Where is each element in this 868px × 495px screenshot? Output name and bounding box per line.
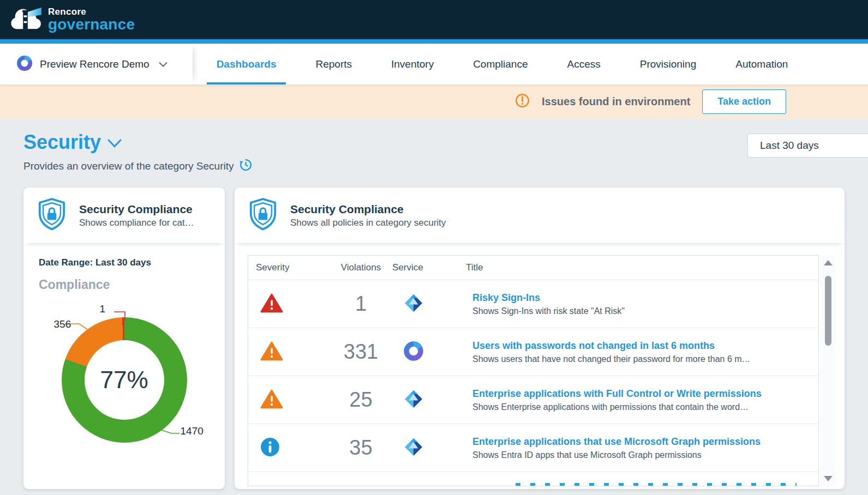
violations-count: 331 bbox=[330, 340, 392, 364]
policy-link[interactable]: Enterprise applications that use Microso… bbox=[472, 436, 813, 448]
accent-stripe bbox=[0, 39, 868, 44]
entra-id-icon bbox=[392, 437, 466, 460]
tab-reports[interactable]: Reports bbox=[315, 44, 352, 84]
alert-circle-icon bbox=[515, 93, 530, 110]
scroll-up-icon[interactable] bbox=[824, 260, 833, 265]
entra-id-icon bbox=[392, 389, 466, 412]
severity-critical-icon bbox=[256, 293, 330, 316]
table-header-row: Severity Violations Service Title bbox=[248, 256, 818, 280]
table-scrollbar[interactable] bbox=[821, 255, 836, 486]
donut-label-warning: 356 bbox=[54, 318, 71, 330]
tenant-switcher[interactable]: Preview Rencore Demo bbox=[0, 44, 193, 84]
table-row: 331 Users with passwords not changed in … bbox=[248, 328, 818, 376]
tenant-icon bbox=[16, 55, 33, 74]
table-row: 1 Risky Sign-Ins Shows Sign-Ins wit bbox=[248, 280, 818, 328]
category-dropdown-chevron-icon[interactable] bbox=[107, 139, 122, 150]
col-severity: Severity bbox=[256, 262, 330, 273]
tab-automation[interactable]: Automation bbox=[735, 44, 788, 84]
policy-description: Shows Sign-Ins with risk state "At Risk" bbox=[472, 306, 813, 316]
scroll-down-icon[interactable] bbox=[824, 476, 833, 481]
main-content: Security Last 30 days Provides an overvi… bbox=[0, 119, 868, 489]
policy-description: Shows users that have not changed their … bbox=[472, 354, 813, 364]
date-range-label: Date Range: Last 30 days bbox=[39, 257, 209, 268]
tab-compliance[interactable]: Compliance bbox=[473, 44, 528, 84]
violations-count: 35 bbox=[330, 436, 392, 460]
severity-warning-icon bbox=[256, 389, 330, 412]
severity-info-icon bbox=[256, 437, 330, 459]
tab-inventory[interactable]: Inventory bbox=[391, 44, 434, 84]
page-title: Security bbox=[23, 131, 101, 154]
table-row: 35 Enterprise applications that use Micr… bbox=[248, 424, 818, 472]
page-subtitle: Provides an overview of the category Sec… bbox=[23, 160, 234, 172]
brand-name: Rencore bbox=[48, 7, 135, 16]
donut-label-critical: 1 bbox=[100, 303, 106, 315]
scrollbar-thumb[interactable] bbox=[825, 276, 831, 346]
shield-lock-icon bbox=[37, 197, 67, 233]
brand-product: governance bbox=[48, 17, 135, 32]
rencore-logo: Rencore governance bbox=[9, 4, 135, 35]
col-service: Service bbox=[392, 262, 466, 273]
tab-dashboards[interactable]: Dashboards bbox=[217, 44, 277, 84]
security-policies-card: Security Compliance Shows all policies i… bbox=[235, 188, 845, 489]
policy-link[interactable]: Risky Sign-Ins bbox=[472, 292, 813, 304]
violations-count: 25 bbox=[330, 388, 392, 412]
card-title: Security Compliance bbox=[290, 203, 446, 216]
take-action-button[interactable]: Take action bbox=[702, 89, 786, 114]
rencore-cloud-lighthouse-icon bbox=[9, 4, 43, 35]
donut-label-compliant: 1470 bbox=[181, 425, 203, 437]
tenant-name: Preview Rencore Demo bbox=[40, 58, 149, 70]
table-row: 25 Enterprise applications with Full Con… bbox=[248, 376, 818, 424]
compliance-donut-chart: 77% 1 356 1470 bbox=[62, 317, 187, 443]
entra-id-icon bbox=[392, 293, 466, 316]
policy-description: Shows Entra ID apps that use Microsoft G… bbox=[472, 450, 813, 460]
date-range-value: Last 30 days bbox=[760, 140, 819, 152]
date-range-select[interactable]: Last 30 days bbox=[747, 134, 868, 158]
policy-link[interactable]: Users with passwords not changed in last… bbox=[472, 340, 813, 352]
shield-lock-icon bbox=[248, 197, 278, 233]
microsoft-365-icon bbox=[392, 341, 466, 364]
tab-access[interactable]: Access bbox=[567, 44, 600, 84]
app-header: Rencore governance bbox=[0, 0, 868, 39]
card-subtitle: Shows compliance for cat… bbox=[79, 218, 194, 228]
policy-link[interactable]: Enterprise applications with Full Contro… bbox=[472, 388, 813, 400]
compliance-percentage: 77% bbox=[100, 366, 148, 394]
chevron-down-icon bbox=[159, 59, 167, 69]
clipped-row-text bbox=[516, 483, 797, 486]
policies-table: Severity Violations Service Title bbox=[248, 255, 819, 486]
severity-warning-icon bbox=[256, 341, 330, 364]
table-row-partial bbox=[248, 472, 818, 486]
compliance-section-label: Compliance bbox=[39, 277, 209, 292]
tab-provisioning[interactable]: Provisioning bbox=[640, 44, 697, 84]
main-navbar: Preview Rencore Demo Dashboards Reports … bbox=[0, 44, 868, 84]
col-title: Title bbox=[466, 262, 818, 273]
card-subtitle: Shows all policies in category security bbox=[290, 218, 446, 228]
banner-message: Issues found in environment bbox=[542, 95, 690, 108]
security-compliance-summary-card: Security Compliance Shows compliance for… bbox=[23, 188, 225, 489]
policy-description: Shows Enterprise applications with permi… bbox=[472, 402, 813, 412]
violations-count: 1 bbox=[330, 292, 392, 316]
issues-banner: Issues found in environment Take action bbox=[0, 84, 868, 119]
card-title: Security Compliance bbox=[79, 203, 194, 216]
history-clock-icon[interactable] bbox=[239, 158, 253, 174]
col-violations: Violations bbox=[330, 262, 392, 273]
nav-tabs: Dashboards Reports Inventory Compliance … bbox=[193, 44, 788, 84]
